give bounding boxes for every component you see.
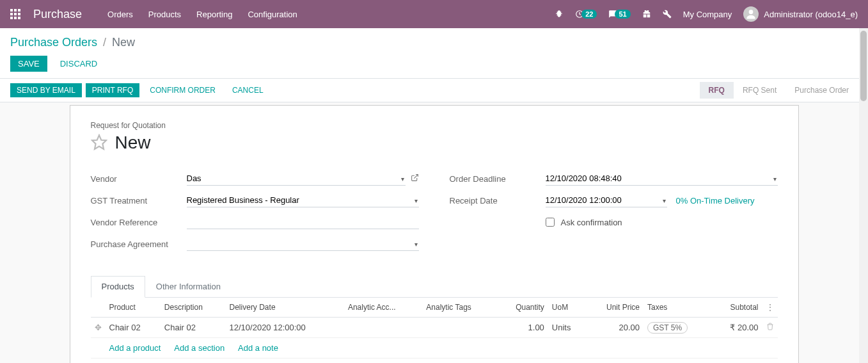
table-row[interactable]: ✥ Chair 02 Chair 02 12/10/2020 12:00:00 … <box>91 318 778 338</box>
svg-rect-7 <box>14 17 17 19</box>
top-navbar: Purchase Orders Products Reporting Confi… <box>0 0 868 28</box>
tabs: Products Other Information <box>91 276 778 298</box>
col-description: Description <box>161 298 226 318</box>
col-taxes: Taxes <box>643 298 711 318</box>
scrollbar[interactable] <box>859 28 868 363</box>
col-subtotal: Subtotal <box>711 298 762 318</box>
breadcrumb-sep: / <box>100 36 109 49</box>
tax-chip[interactable]: GST 5% <box>647 322 688 334</box>
vendor-label: Vendor <box>91 174 187 184</box>
section-label: Request for Quotation <box>91 121 778 130</box>
tools-icon[interactable] <box>663 10 672 19</box>
cell-unit-price[interactable]: 20.00 <box>586 318 643 338</box>
user-menu[interactable]: Administrator (odoo14_e) <box>743 6 858 22</box>
external-link-icon[interactable] <box>411 173 419 184</box>
discard-button[interactable]: Discard <box>52 56 106 72</box>
vendor-ref-label: Vendor Reference <box>91 218 187 227</box>
cell-description[interactable]: Chair 02 <box>161 318 226 338</box>
breadcrumb-root[interactable]: Purchase Orders <box>10 36 97 49</box>
on-time-delivery-link[interactable]: 0% On-Time Delivery <box>676 196 755 206</box>
vendor-field[interactable] <box>187 172 406 186</box>
cell-taxes[interactable]: GST 5% <box>643 318 711 338</box>
tab-other-information[interactable]: Other Information <box>145 276 232 297</box>
status-step-rfq-sent[interactable]: RFQ Sent <box>734 82 785 99</box>
svg-point-10 <box>749 10 754 14</box>
receipt-date-label: Receipt Date <box>450 196 546 206</box>
col-quantity: Quantity <box>497 298 548 318</box>
svg-rect-1 <box>14 9 17 12</box>
nav-reporting[interactable]: Reporting <box>196 10 232 19</box>
send-email-button[interactable]: Send by Email <box>10 83 82 97</box>
activities-icon[interactable]: 22 <box>575 10 597 19</box>
nav-orders[interactable]: Orders <box>107 10 133 19</box>
cell-product[interactable]: Chair 02 <box>106 318 161 338</box>
cancel-button[interactable]: Cancel <box>226 83 270 97</box>
col-analytic-tags: Analytic Tags <box>422 298 496 318</box>
svg-rect-8 <box>18 17 20 19</box>
discuss-badge: 51 <box>615 10 630 19</box>
activities-badge: 22 <box>581 10 597 19</box>
user-name: Administrator (odoo14_e) <box>764 10 858 19</box>
columns-menu-icon[interactable]: ⋮ <box>766 303 774 312</box>
cell-uom[interactable]: Units <box>548 318 586 338</box>
col-analytic-account: Analytic Acc... <box>344 298 422 318</box>
delete-row-icon[interactable] <box>762 318 778 338</box>
confirm-order-button[interactable]: Confirm Order <box>143 83 222 97</box>
status-step-purchase-order[interactable]: Purchase Order <box>785 82 858 99</box>
cell-analytic-tags[interactable] <box>422 318 496 338</box>
print-rfq-button[interactable]: Print RFQ <box>86 83 139 97</box>
tab-products[interactable]: Products <box>91 276 145 298</box>
purchase-agreement-field[interactable] <box>187 237 419 251</box>
cell-delivery[interactable]: 12/10/2020 12:00:00 <box>226 318 344 338</box>
page-title: New <box>115 133 151 153</box>
add-note-link[interactable]: Add a note <box>238 343 278 353</box>
cell-quantity[interactable]: 1.00 <box>497 318 548 338</box>
breadcrumb: Purchase Orders / New <box>10 36 858 49</box>
debug-icon[interactable] <box>555 10 564 19</box>
cell-analytic-account[interactable] <box>344 318 422 338</box>
col-uom: UoM <box>548 298 586 318</box>
svg-rect-6 <box>10 17 13 19</box>
gst-label: GST Treatment <box>91 196 187 206</box>
priority-star-icon[interactable] <box>91 134 107 152</box>
vendor-reference-field[interactable] <box>187 215 419 229</box>
order-lines-table: Product Description Delivery Date Analyt… <box>91 298 778 359</box>
purchase-agreement-label: Purchase Agreement <box>91 239 187 249</box>
add-product-link[interactable]: Add a product <box>109 343 161 353</box>
gst-treatment-field[interactable] <box>187 193 419 207</box>
nav-right: 22 51 My Company Administrator (odoo14_e… <box>555 6 858 22</box>
svg-rect-5 <box>18 13 20 15</box>
svg-rect-3 <box>10 13 13 15</box>
scrollbar-thumb[interactable] <box>860 31 867 101</box>
apps-icon[interactable] <box>10 9 20 19</box>
col-product: Product <box>106 298 161 318</box>
col-unit-price: Unit Price <box>586 298 643 318</box>
discuss-icon[interactable]: 51 <box>608 10 630 19</box>
form-sheet: Request for Quotation New Vendor ▾ <box>70 105 799 363</box>
svg-rect-2 <box>18 9 20 12</box>
order-deadline-field[interactable] <box>546 172 778 186</box>
save-button[interactable]: Save <box>10 56 47 72</box>
drag-handle-icon[interactable]: ✥ <box>91 318 106 338</box>
receipt-date-field[interactable] <box>546 193 667 207</box>
ask-confirmation-label: Ask confirmation <box>561 218 622 227</box>
add-section-link[interactable]: Add a section <box>174 343 225 353</box>
breadcrumb-current: New <box>112 36 135 49</box>
cell-subtotal: ₹ 20.00 <box>711 318 762 338</box>
status-step-rfq[interactable]: RFQ <box>700 82 734 99</box>
status-bar: Send by Email Print RFQ Confirm Order Ca… <box>0 78 868 102</box>
nav-configuration[interactable]: Configuration <box>248 10 297 19</box>
order-deadline-label: Order Deadline <box>450 174 546 184</box>
ask-confirmation-checkbox[interactable] <box>546 218 555 227</box>
app-brand[interactable]: Purchase <box>33 8 82 21</box>
col-delivery-date: Delivery Date <box>226 298 344 318</box>
control-bar: Purchase Orders / New Save Discard <box>0 28 868 78</box>
company-selector[interactable]: My Company <box>683 10 732 19</box>
nav-products[interactable]: Products <box>148 10 181 19</box>
svg-rect-4 <box>14 13 17 15</box>
svg-marker-11 <box>92 135 106 149</box>
avatar-icon <box>743 6 759 22</box>
gift-icon[interactable] <box>642 10 651 19</box>
svg-rect-0 <box>10 9 13 12</box>
nav-menu: Orders Products Reporting Configuration <box>107 10 555 19</box>
